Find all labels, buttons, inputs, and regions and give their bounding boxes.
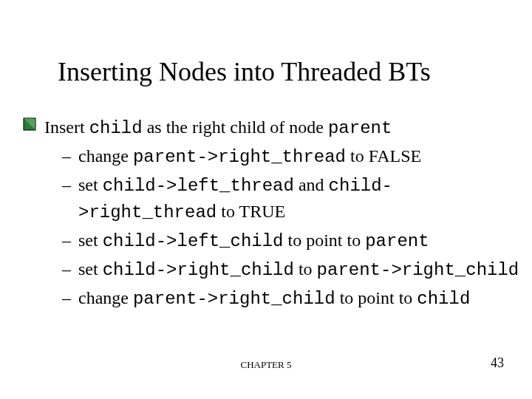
square-bullet-icon: [15, 115, 44, 131]
bullet-text: Insert child as the right child of node …: [44, 115, 529, 142]
sub-bullet: – set child->left_thread and child->righ…: [62, 172, 529, 227]
text-frag: change: [78, 288, 133, 307]
code-frag: child->left_child: [103, 231, 284, 251]
slide: Inserting Nodes into Threaded BTs Insert…: [0, 0, 532, 399]
text-frag: set: [78, 259, 103, 279]
slide-title: Inserting Nodes into Threaded BTs: [58, 58, 517, 87]
text-frag: to FALSE: [346, 146, 421, 166]
code-frag: parent->right_child: [317, 260, 519, 280]
dash-icon: –: [62, 256, 78, 282]
code-frag: parent: [365, 231, 429, 251]
sub-bullet: – set child->left_child to point to pare…: [62, 228, 529, 255]
code-frag: parent: [328, 118, 392, 138]
sub-bullet-text: set child->left_thread and child->right_…: [78, 172, 529, 227]
text-frag: set: [78, 175, 103, 194]
sub-bullet-text: change parent->right_child to point to c…: [78, 285, 529, 313]
text-frag: to TRUE: [216, 202, 285, 221]
dash-icon: –: [62, 172, 78, 198]
code-frag: child->left_thread: [103, 176, 294, 196]
code-frag: parent->right_child: [133, 289, 335, 309]
sub-bullet: – change parent->right_thread to FALSE: [62, 143, 529, 171]
text-frag: as the right child of node: [143, 117, 328, 137]
text-frag: Insert: [44, 117, 89, 137]
bullet-level1: Insert child as the right child of node …: [15, 115, 529, 142]
sub-bullet: – set child->right_child to parent->righ…: [62, 256, 529, 284]
dash-icon: –: [62, 285, 78, 311]
code-frag: parent->right_thread: [133, 147, 346, 167]
dash-icon: –: [62, 143, 78, 169]
text-frag: and: [294, 175, 329, 194]
text-frag: to point to: [284, 231, 366, 250]
slide-body: Insert child as the right child of node …: [15, 115, 529, 314]
sub-bullet-text: set child->right_child to parent->right_…: [78, 256, 529, 284]
sub-bullet-text: set child->left_child to point to parent: [78, 228, 529, 255]
sub-bullet-text: change parent->right_thread to FALSE: [78, 143, 529, 171]
text-frag: set: [78, 231, 103, 250]
code-frag: child: [417, 289, 470, 309]
dash-icon: –: [62, 228, 78, 253]
footer-chapter: CHAPTER 5: [0, 359, 532, 371]
text-frag: to point to: [335, 288, 417, 307]
sub-bullet: – change parent->right_child to point to…: [62, 285, 529, 313]
sub-bullet-group: – change parent->right_thread to FALSE –…: [62, 143, 529, 313]
text-frag: to: [294, 259, 317, 279]
code-frag: child->right_child: [103, 260, 294, 280]
code-frag: child: [89, 118, 143, 138]
text-frag: change: [78, 146, 133, 166]
footer-page-number: 43: [491, 355, 504, 371]
